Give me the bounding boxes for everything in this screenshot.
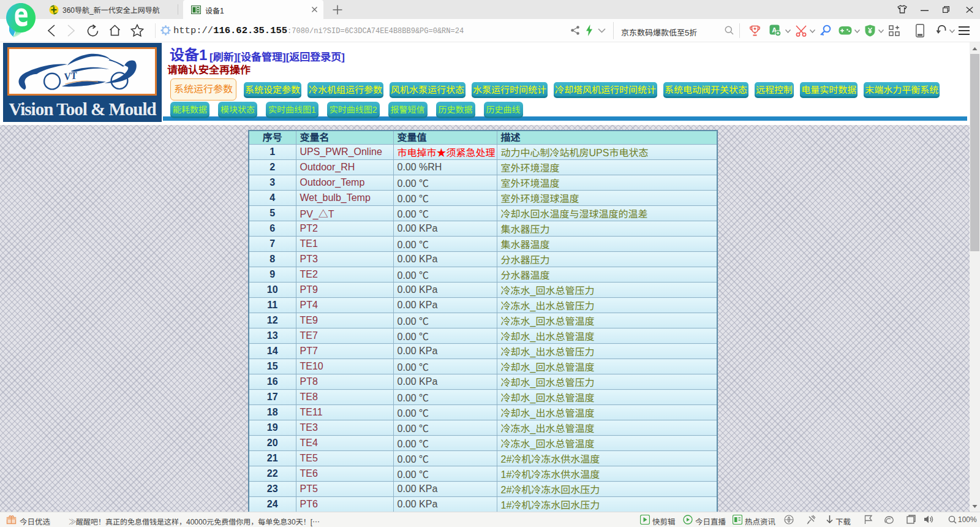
svg-text:VT: VT <box>63 69 78 83</box>
